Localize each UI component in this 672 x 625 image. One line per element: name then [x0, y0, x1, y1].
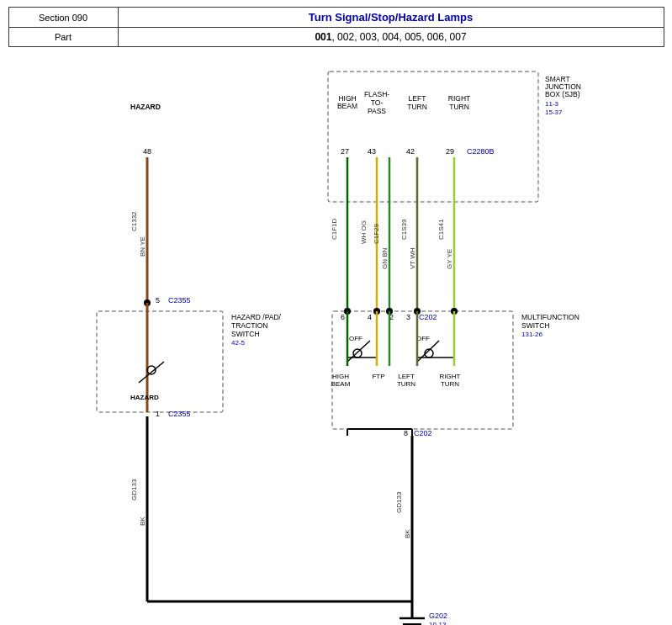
svg-text:C2280B: C2280B	[467, 147, 495, 156]
svg-text:48: 48	[143, 147, 151, 156]
svg-text:43: 43	[368, 147, 376, 156]
svg-text:VT WH: VT WH	[409, 247, 416, 269]
svg-text:C1F1D: C1F1D	[331, 218, 338, 240]
svg-text:FLASH-: FLASH-	[364, 90, 389, 98]
svg-text:C1S41: C1S41	[437, 219, 445, 240]
svg-text:GN BN: GN BN	[381, 247, 389, 269]
svg-text:OFF: OFF	[416, 335, 430, 342]
svg-line-68	[347, 341, 370, 362]
svg-text:C1332: C1332	[130, 211, 138, 231]
svg-text:131-26: 131-26	[521, 331, 542, 338]
svg-text:TRACTION: TRACTION	[231, 321, 267, 330]
svg-text:WH OG: WH OG	[360, 220, 368, 244]
header-table: Section 090 Turn Signal/Stop/Hazard Lamp…	[8, 7, 664, 47]
svg-text:RIGHT: RIGHT	[448, 94, 470, 103]
svg-text:TO-: TO-	[371, 98, 384, 107]
svg-text:5: 5	[156, 296, 160, 305]
svg-text:C1F29: C1F29	[373, 223, 380, 244]
svg-text:HIGH: HIGH	[332, 373, 349, 380]
svg-line-74	[417, 341, 439, 362]
svg-text:TURN: TURN	[397, 380, 415, 388]
svg-text:BEAM: BEAM	[337, 102, 357, 110]
section-title: Turn Signal/Stop/Hazard Lamps	[118, 8, 664, 28]
svg-rect-2	[332, 311, 513, 429]
section-label: Section 090	[8, 8, 118, 28]
svg-text:15-37: 15-37	[545, 109, 563, 116]
svg-text:SWITCH: SWITCH	[521, 321, 550, 330]
svg-text:TURN: TURN	[407, 103, 427, 111]
part-label: Part	[8, 28, 118, 47]
svg-text:42: 42	[406, 147, 415, 156]
svg-text:HAZARD: HAZARD	[130, 103, 161, 111]
part-numbers: 001, 002, 003, 004, 005, 006, 007	[118, 28, 664, 47]
svg-line-50	[139, 362, 164, 383]
svg-text:BOX (SJB): BOX (SJB)	[545, 90, 580, 98]
svg-text:1: 1	[156, 410, 160, 418]
svg-text:C2355: C2355	[168, 410, 191, 418]
wiring-diagram: SMART JUNCTION BOX (SJB) 11-3 15-37 HAZA…	[0, 63, 672, 625]
svg-text:C202: C202	[414, 429, 432, 437]
svg-text:BN YE: BN YE	[139, 236, 146, 257]
svg-text:G202: G202	[429, 612, 447, 620]
svg-text:C202: C202	[419, 313, 437, 321]
svg-text:RIGHT: RIGHT	[440, 373, 461, 380]
svg-text:3: 3	[406, 313, 410, 321]
svg-text:27: 27	[341, 147, 349, 156]
svg-text:TURN: TURN	[441, 380, 459, 388]
svg-text:LEFT: LEFT	[409, 94, 426, 103]
svg-text:FTP: FTP	[372, 373, 384, 380]
svg-text:BK: BK	[404, 529, 411, 538]
svg-text:11-3: 11-3	[545, 100, 559, 108]
svg-text:42-5: 42-5	[231, 339, 246, 347]
svg-text:GY YE: GY YE	[446, 249, 453, 269]
svg-text:TURN: TURN	[449, 103, 469, 111]
svg-text:6: 6	[341, 313, 345, 321]
svg-text:10-13: 10-13	[429, 621, 447, 625]
svg-text:SWITCH: SWITCH	[231, 330, 260, 338]
svg-text:BEAM: BEAM	[331, 380, 351, 388]
svg-rect-1	[97, 311, 223, 412]
svg-text:GD133: GD133	[395, 491, 403, 513]
svg-text:C2355: C2355	[168, 296, 191, 305]
svg-text:C1S39: C1S39	[400, 219, 408, 240]
svg-text:OFF: OFF	[349, 335, 362, 342]
svg-text:PASS: PASS	[368, 107, 386, 115]
svg-text:HAZARD /PAD/: HAZARD /PAD/	[231, 313, 282, 321]
svg-text:29: 29	[446, 147, 454, 156]
svg-text:MULTIFUNCTION: MULTIFUNCTION	[521, 313, 579, 321]
svg-text:BK: BK	[139, 516, 146, 526]
svg-rect-0	[328, 72, 538, 202]
svg-text:4: 4	[368, 313, 372, 321]
svg-text:HAZARD: HAZARD	[130, 394, 159, 401]
svg-text:LEFT: LEFT	[398, 373, 415, 380]
svg-text:GD133: GD133	[130, 479, 138, 501]
svg-text:8: 8	[404, 429, 408, 437]
